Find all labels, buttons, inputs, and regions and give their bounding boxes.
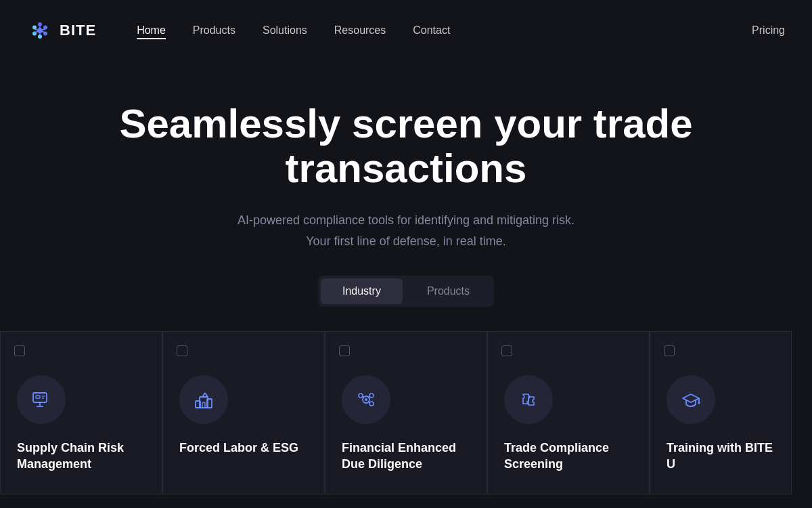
svg-line-30 <box>368 402 369 402</box>
svg-point-26 <box>369 394 374 398</box>
card-icon-financial <box>342 375 390 424</box>
svg-point-4 <box>38 35 42 39</box>
bite-logo-icon <box>27 18 53 43</box>
navbar: BITE Home Products Solutions Resources C… <box>0 0 812 61</box>
puzzle-icon <box>518 389 539 410</box>
svg-point-32 <box>698 402 700 404</box>
hero-section: Seamlessly screen your trade transaction… <box>0 61 812 494</box>
nav-home[interactable]: Home <box>137 22 166 39</box>
nav-links: Home Products Solutions Resources Contac… <box>137 22 752 39</box>
card-checkbox-3[interactable] <box>339 345 350 356</box>
tab-industry[interactable]: Industry <box>321 278 403 304</box>
svg-point-6 <box>32 26 37 30</box>
nav-solutions[interactable]: Solutions <box>263 22 307 39</box>
card-icon-supply-chain <box>17 375 66 424</box>
card-training[interactable]: Training with BITE U <box>650 331 792 494</box>
building-icon <box>193 389 215 410</box>
nav-right: Pricing <box>752 24 785 37</box>
svg-line-20 <box>202 393 205 397</box>
logo-area[interactable]: BITE <box>27 18 96 43</box>
svg-point-24 <box>365 398 367 401</box>
card-title-2: Forced Labor & ESG <box>179 440 298 456</box>
card-checkbox-5[interactable] <box>664 345 675 356</box>
nav-contact[interactable]: Contact <box>413 22 450 39</box>
svg-line-21 <box>205 393 208 397</box>
filter-tabs: Industry Products <box>318 276 494 307</box>
card-icon-forced-labor <box>179 375 228 424</box>
card-icon-trade-compliance <box>504 375 553 424</box>
card-supply-chain[interactable]: Supply Chain Risk Management <box>0 331 162 494</box>
card-trade-compliance[interactable]: Trade Compliance Screening <box>487 331 650 494</box>
svg-point-27 <box>369 402 374 406</box>
card-title-4: Trade Compliance Screening <box>504 440 633 472</box>
card-title-5: Training with BITE U <box>667 440 775 472</box>
card-financial[interactable]: Financial Enhanced Due Diligence <box>325 331 487 494</box>
hero-title: Seamlessly screen your trade transaction… <box>34 102 778 191</box>
svg-rect-14 <box>36 396 40 398</box>
card-title-3: Financial Enhanced Due Diligence <box>342 440 470 472</box>
card-forced-labor[interactable]: Forced Labor & ESG <box>162 331 325 494</box>
logo-text: BITE <box>60 22 96 39</box>
svg-point-25 <box>359 394 363 398</box>
graduation-icon <box>680 389 702 410</box>
connections-icon <box>355 389 377 410</box>
card-title-1: Supply Chain Risk Management <box>17 440 145 472</box>
nav-products[interactable]: Products <box>193 22 235 39</box>
hero-subtitle-line2: Your first line of defense, in real time… <box>306 234 506 248</box>
card-icon-training <box>667 375 715 424</box>
svg-point-2 <box>43 26 47 30</box>
card-checkbox-2[interactable] <box>177 345 187 356</box>
svg-rect-22 <box>202 402 205 408</box>
card-checkbox-4[interactable] <box>501 345 512 356</box>
hero-subtitle: AI-powered compliance tools for identify… <box>238 210 574 251</box>
nav-resources[interactable]: Resources <box>334 22 386 39</box>
tab-products[interactable]: Products <box>405 278 491 304</box>
svg-point-1 <box>38 22 42 26</box>
card-checkbox-1[interactable] <box>14 345 25 356</box>
hero-subtitle-line1: AI-powered compliance tools for identify… <box>238 213 574 227</box>
screen-icon <box>30 389 52 410</box>
cards-row: Supply Chain Risk Management Forced Labo… <box>0 331 812 494</box>
nav-pricing[interactable]: Pricing <box>752 24 785 36</box>
